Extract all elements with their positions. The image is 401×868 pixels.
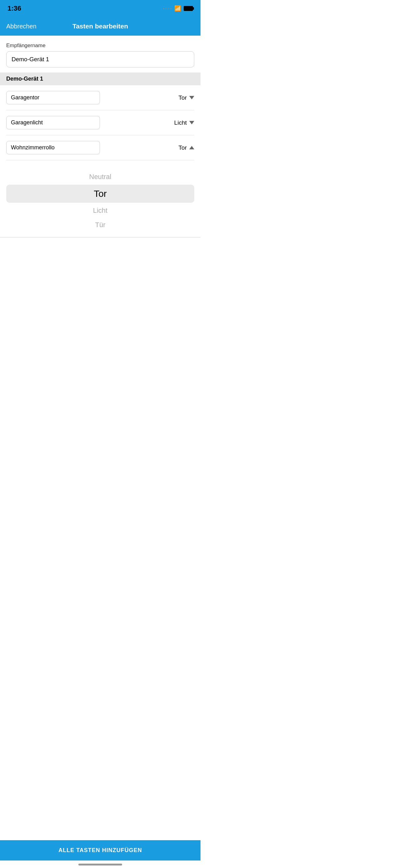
nav-title: Tasten bearbeiten bbox=[72, 23, 128, 30]
device-name-input-1[interactable] bbox=[6, 91, 100, 104]
picker-option-tor[interactable]: Tor bbox=[6, 185, 194, 203]
picker-option-tuer[interactable]: Tür bbox=[0, 218, 201, 232]
device-type-selector-1[interactable]: Tor bbox=[179, 94, 194, 101]
status-icons: 📶 bbox=[163, 5, 193, 12]
status-time: 1:36 bbox=[7, 4, 21, 12]
device-row: Tor bbox=[6, 85, 194, 110]
device-name-input-3[interactable] bbox=[6, 141, 100, 154]
chevron-down-icon-1 bbox=[189, 96, 194, 99]
recipient-label: Empfängername bbox=[6, 42, 194, 49]
section-header: Demo-Gerät 1 bbox=[0, 72, 201, 85]
device-type-text-1: Tor bbox=[179, 94, 187, 101]
section-header-title: Demo-Gerät 1 bbox=[6, 75, 43, 82]
nav-bar: Abbrechen Tasten bearbeiten bbox=[0, 17, 201, 36]
device-type-selector-3[interactable]: Tor bbox=[179, 144, 194, 151]
form-section: Empfängername bbox=[0, 36, 201, 67]
recipient-input[interactable] bbox=[6, 51, 194, 67]
chevron-down-icon-2 bbox=[189, 121, 194, 124]
chevron-up-icon-3 bbox=[189, 146, 194, 149]
device-row: Licht bbox=[6, 110, 194, 135]
cancel-button[interactable]: Abbrechen bbox=[6, 23, 37, 30]
signal-icon bbox=[163, 8, 172, 9]
device-type-selector-2[interactable]: Licht bbox=[174, 119, 194, 126]
device-list: Tor Licht Tor bbox=[0, 85, 201, 160]
device-type-text-2: Licht bbox=[174, 119, 187, 126]
main-content: Empfängername Demo-Gerät 1 Tor Licht bbox=[0, 36, 201, 272]
device-row: Tor bbox=[6, 135, 194, 160]
picker-area[interactable]: Neutral Tor Licht Tür bbox=[0, 160, 201, 241]
battery-icon bbox=[183, 6, 193, 11]
device-name-input-2[interactable] bbox=[6, 116, 100, 129]
picker-option-neutral[interactable]: Neutral bbox=[0, 170, 201, 184]
status-bar: 1:36 📶 bbox=[0, 0, 201, 17]
device-type-text-3: Tor bbox=[179, 144, 187, 151]
picker-divider bbox=[0, 237, 201, 238]
picker-option-licht[interactable]: Licht bbox=[0, 204, 201, 218]
wifi-icon: 📶 bbox=[174, 5, 181, 12]
